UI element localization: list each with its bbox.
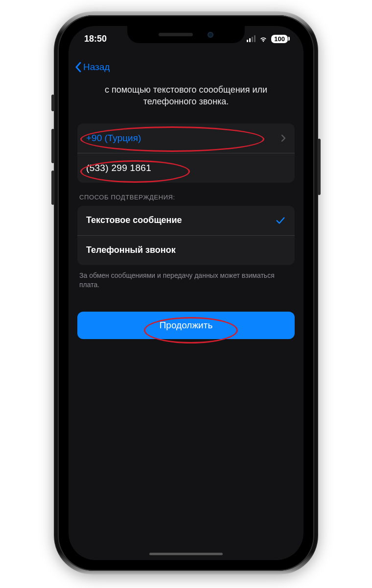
chevron-left-icon bbox=[74, 61, 82, 73]
verify-options-card: Текстовое сообщение Телефонный звонок bbox=[77, 206, 295, 265]
continue-button[interactable]: Продолжить bbox=[77, 312, 295, 339]
country-code-label: +90 (Турция) bbox=[86, 133, 141, 144]
screen: 18:50 100 bbox=[69, 26, 303, 560]
verify-option-sms[interactable]: Текстовое сообщение bbox=[77, 206, 295, 235]
verify-option-call[interactable]: Телефонный звонок bbox=[77, 235, 295, 265]
back-label: Назад bbox=[83, 62, 110, 73]
battery-indicator: 100 bbox=[271, 35, 288, 43]
navigation-bar: Назад bbox=[69, 55, 303, 79]
verify-footnote: За обмен сообщениями и передачу данных м… bbox=[79, 271, 293, 290]
phone-frame: 18:50 100 bbox=[54, 11, 318, 575]
content: с помощью текстового соообщения или теле… bbox=[69, 81, 303, 560]
phone-number-value: (533) 299 1861 bbox=[86, 163, 151, 173]
speaker-grille bbox=[159, 33, 193, 36]
cellular-signal-icon bbox=[247, 35, 256, 42]
wifi-icon bbox=[259, 34, 268, 43]
battery-value: 100 bbox=[274, 35, 285, 43]
chevron-right-icon bbox=[281, 134, 286, 142]
volume-down-button bbox=[51, 171, 54, 205]
country-code-row[interactable]: +90 (Турция) bbox=[77, 123, 295, 153]
phone-bezel: 18:50 100 bbox=[58, 15, 314, 571]
phone-input-card: +90 (Турция) (533) 299 1861 bbox=[77, 123, 295, 183]
mute-switch bbox=[51, 95, 54, 111]
verify-option-label: Текстовое сообщение bbox=[86, 215, 182, 225]
status-time: 18:50 bbox=[84, 34, 107, 44]
front-camera bbox=[208, 32, 213, 38]
power-button bbox=[318, 139, 321, 195]
checkmark-icon bbox=[275, 215, 286, 226]
back-button[interactable]: Назад bbox=[74, 61, 110, 73]
verify-option-label: Телефонный звонок bbox=[86, 245, 176, 255]
status-right: 100 bbox=[247, 34, 288, 43]
verify-section-label: СПОСОБ ПОДТВЕРЖДЕНИЯ: bbox=[79, 194, 293, 201]
home-indicator[interactable] bbox=[149, 553, 223, 555]
page-subtitle: с помощью текстового соообщения или теле… bbox=[83, 84, 289, 108]
volume-up-button bbox=[51, 129, 54, 163]
notch bbox=[127, 26, 245, 43]
phone-number-row[interactable]: (533) 299 1861 bbox=[77, 153, 295, 183]
